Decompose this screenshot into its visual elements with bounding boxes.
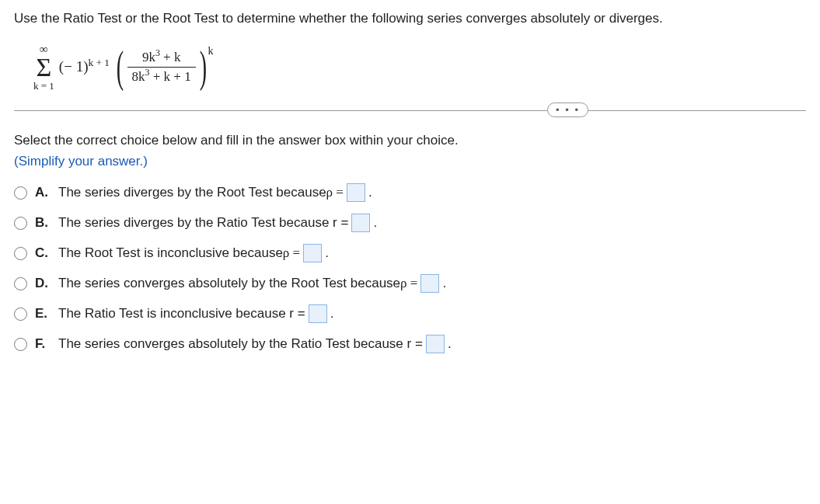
choice-text-e: The Ratio Test is inconclusive because r… (58, 306, 305, 322)
outer-exponent: k (208, 45, 213, 57)
simplify-hint: (Simplify your answer.) (14, 154, 806, 169)
radio-b[interactable] (14, 217, 27, 230)
radio-a[interactable] (14, 186, 27, 200)
choice-letter-a: A. (35, 185, 51, 200)
choice-period-a: . (368, 185, 372, 200)
fraction-denominator: 8k3 + k + 1 (127, 67, 196, 86)
answer-input-a[interactable] (347, 183, 365, 202)
section-divider: • • • (14, 110, 806, 111)
sigma-symbol: Σ (37, 57, 52, 78)
choice-e: E. The Ratio Test is inconclusive becaus… (14, 304, 806, 323)
answer-input-f[interactable] (426, 335, 445, 353)
answer-input-b[interactable] (351, 214, 370, 232)
choice-period-c: . (325, 245, 329, 261)
more-options-button[interactable]: • • • (547, 103, 588, 117)
choice-f: F. The series converges absolutely by th… (14, 335, 806, 353)
term-coefficient: (− 1)k + 1 (59, 58, 110, 75)
choice-period-d: . (442, 276, 446, 291)
choice-period-f: . (448, 336, 452, 352)
choice-var-a: ρ = (326, 185, 344, 200)
sigma-lower-limit: k = 1 (33, 81, 54, 91)
choice-period-e: . (330, 306, 334, 322)
choice-text-c: The Root Test is inconclusive because (58, 245, 283, 261)
choice-c: C. The Root Test is inconclusive because… (14, 244, 806, 262)
choice-period-b: . (373, 215, 377, 231)
choice-letter-c: C. (35, 245, 51, 261)
question-text: Use the Ratio Test or the Root Test to d… (14, 9, 806, 28)
choice-letter-f: F. (35, 336, 51, 352)
choice-d: D. The series converges absolutely by th… (14, 274, 806, 293)
choice-var-d: ρ = (400, 276, 417, 291)
radio-e[interactable] (14, 308, 27, 321)
radio-f[interactable] (14, 338, 27, 351)
answer-input-e[interactable] (309, 304, 327, 323)
radio-c[interactable] (14, 247, 27, 260)
choice-var-c: ρ = (283, 245, 300, 261)
answer-input-c[interactable] (303, 244, 322, 262)
choice-b: B. The series diverges by the Ratio Test… (14, 214, 806, 232)
series-formula: ∞ Σ k = 1 (− 1)k + 1 ( 9k3 + k 8k3 + k +… (33, 43, 806, 91)
choice-letter-e: E. (35, 306, 51, 322)
answer-input-d[interactable] (420, 274, 439, 293)
instruction-text: Select the correct choice below and fill… (14, 130, 806, 151)
fraction-numerator: 9k3 + k (138, 48, 186, 67)
choice-text-a: The series diverges by the Root Test bec… (58, 185, 326, 200)
radio-d[interactable] (14, 277, 27, 290)
choice-text-b: The series diverges by the Ratio Test be… (58, 215, 348, 231)
choice-letter-b: B. (35, 215, 51, 231)
choice-text-d: The series converges absolutely by the R… (58, 276, 400, 291)
choice-text-f: The series converges absolutely by the R… (58, 336, 423, 352)
choice-a: A. The series diverges by the Root Test … (14, 183, 806, 202)
choice-letter-d: D. (35, 276, 51, 291)
fraction-group: ( 9k3 + k 8k3 + k + 1 ) k (113, 48, 213, 86)
